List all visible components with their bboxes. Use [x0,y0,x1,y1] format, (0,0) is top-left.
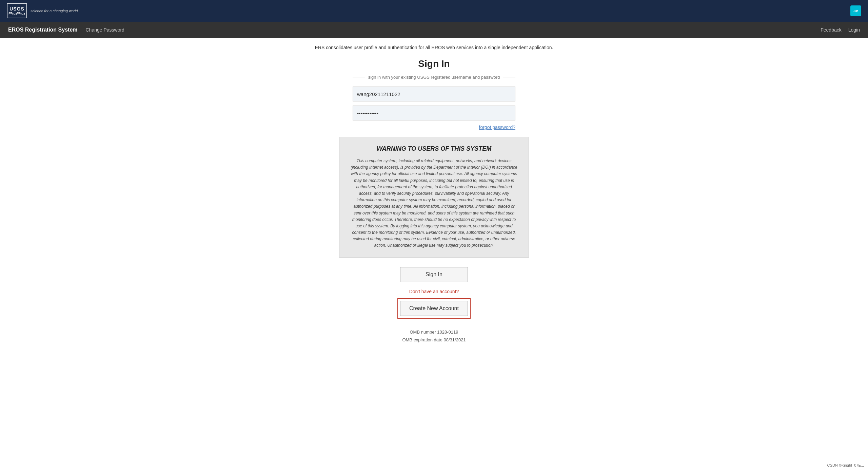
user-avatar[interactable]: ae [850,5,861,16]
bottom-credit: CSDN ©Knight_07E... [827,463,864,467]
top-navigation: USGS science for a changing world ae [0,0,868,22]
signin-heading: Sign In [418,58,450,69]
intro-text: ERS consolidates user profile and authen… [315,45,553,50]
password-input[interactable] [353,106,515,120]
omb-number: OMB number 1028-0119 [402,328,466,336]
forgot-password-link[interactable]: forgot password? [479,125,515,130]
footer-omb: OMB number 1028-0119 OMB expiration date… [402,328,466,344]
app-title: EROS Registration System [8,27,78,33]
usgs-logo-box: USGS [7,3,27,18]
secondary-nav-left: EROS Registration System Change Password [8,27,124,33]
usgs-tagline: science for a changing world [31,9,78,13]
change-password-link[interactable]: Change Password [86,27,124,33]
warning-box: WARNING TO USERS OF THIS SYSTEM This com… [339,137,529,258]
omb-expiration: OMB expiration date 08/31/2021 [402,336,466,344]
feedback-link[interactable]: Feedback [821,27,841,33]
create-account-button[interactable]: Create New Account [400,301,468,316]
usgs-waves-icon [8,11,25,15]
no-account-text: Don't have an account? [409,289,459,294]
usgs-logo: USGS science for a changing world [7,3,78,18]
warning-body: This computer system, including all rela… [350,158,518,249]
main-content: ERS consolidates user profile and authen… [0,38,868,364]
divider-text: sign in with your existing USGS register… [353,75,515,80]
username-input[interactable] [353,87,515,101]
secondary-navigation: EROS Registration System Change Password… [0,22,868,38]
warning-title: WARNING TO USERS OF THIS SYSTEM [350,145,518,152]
secondary-nav-right: Feedback Login [821,27,860,33]
create-account-wrapper: Create New Account [397,298,471,319]
usgs-logo-text: USGS [9,6,24,11]
signin-button[interactable]: Sign In [400,267,468,282]
login-link[interactable]: Login [848,27,860,33]
